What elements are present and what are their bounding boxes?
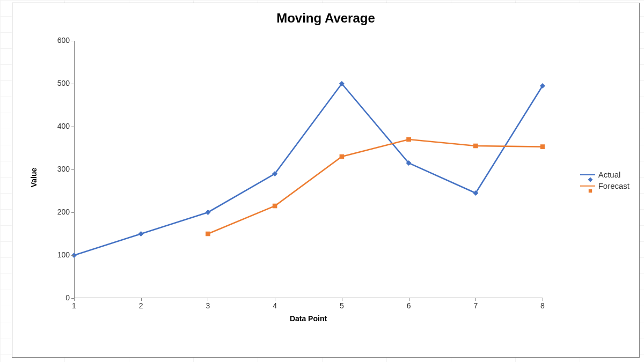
chart-title: Moving Average [12,11,639,26]
data-point [340,154,344,159]
x-tick-mark [342,298,342,301]
y-axis-label: Value [30,168,38,188]
x-axis-label: Data Point [290,314,327,323]
y-tick-mark [71,41,74,41]
y-tick-label: 400 [48,122,70,127]
data-point [407,137,411,142]
y-tick-label: 300 [48,165,70,169]
y-tick-label: 600 [48,36,70,41]
x-tick-mark [543,298,543,301]
data-point [138,232,143,237]
x-tick-mark [141,298,142,301]
plot-svg [74,41,543,298]
legend-swatch-actual [580,171,595,179]
x-tick-label: 3 [206,301,210,310]
y-tick-label: 200 [48,208,70,212]
data-point [273,204,277,208]
x-tick-mark [409,298,409,301]
svg-rect-1 [588,189,591,192]
chart-object[interactable]: Moving Average Value Data Point 01002003… [12,3,640,358]
y-tick-label: 500 [48,79,70,84]
x-tick-mark [475,298,476,301]
x-tick-label: 2 [139,301,143,310]
svg-rect-0 [588,177,592,182]
y-tick-label: 0 [48,293,70,298]
legend-label-forecast: Forecast [598,181,630,190]
data-point [474,144,478,148]
y-tick-mark [71,127,74,127]
plot-wrap: Value Data Point 01002003004005006001234… [45,35,548,320]
x-tick-mark [208,298,208,301]
y-tick-mark [71,255,74,256]
x-tick-label: 7 [473,301,478,310]
x-tick-label: 6 [407,301,411,310]
legend-item-actual: Actual [580,170,630,179]
data-point [206,232,210,236]
data-point [540,145,545,149]
legend: Actual Forecast [580,168,630,193]
x-tick-label: 8 [540,301,545,310]
x-tick-label: 5 [340,301,344,310]
x-tick-mark [74,298,75,301]
y-tick-mark [71,84,74,84]
square-icon [588,186,593,195]
y-tick-mark [71,212,74,213]
legend-label-actual: Actual [598,170,621,179]
x-tick-mark [275,298,275,301]
series-line-forecast [208,139,543,234]
plot-area: Data Point 010020030040050060012345678 [74,41,543,298]
x-tick-label: 1 [72,301,76,310]
legend-swatch-forecast [580,182,595,190]
legend-item-forecast: Forecast [580,181,630,190]
x-tick-label: 4 [273,301,277,310]
series-line-actual [74,84,543,255]
y-tick-mark [71,169,74,170]
y-tick-label: 100 [48,250,70,255]
